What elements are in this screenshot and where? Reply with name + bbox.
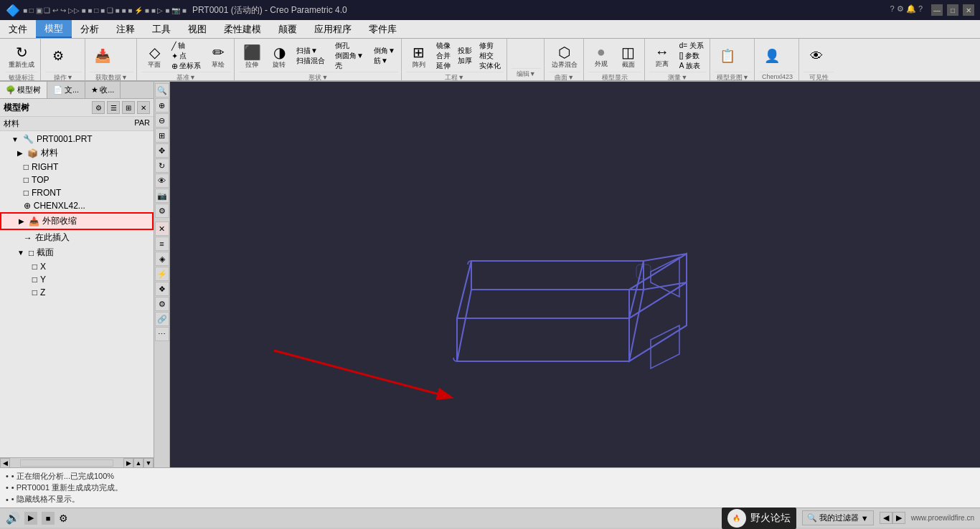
menu-file[interactable]: 文件 (0, 20, 36, 38)
vt-btn-window[interactable]: ⊞ (155, 128, 169, 143)
close-button[interactable]: ✕ (963, 4, 974, 16)
menu-analysis[interactable]: 分析 (72, 20, 108, 38)
vt-btn-orient[interactable]: ◈ (155, 252, 169, 266)
btn-array[interactable]: ⊞ 阵列 (406, 40, 432, 72)
vt-btn-misc[interactable]: ⋯ (155, 327, 169, 341)
btn-boundary-blend[interactable]: ⬡ 边界混合 (549, 40, 580, 72)
btn-solidify[interactable]: 实体化 (476, 62, 504, 71)
maximize-button[interactable]: □ (947, 4, 958, 16)
btn-intersect[interactable]: 相交 (476, 52, 504, 61)
scrollbar-h[interactable]: ◀ ▶ ▲ ▼ (0, 457, 154, 467)
view-dropdown-btn[interactable]: 🔍 我的过滤器 ▼ (802, 510, 874, 525)
vt-btn-link[interactable]: 🔗 (155, 312, 169, 326)
scroll-right-btn[interactable]: ▶ (123, 458, 133, 468)
help-icon[interactable]: ? ⚙ 🔔 ? (890, 4, 923, 16)
tree-columns-btn[interactable]: ⊞ (122, 101, 135, 114)
btn-chamfer[interactable]: 倒角▼ (371, 47, 398, 56)
btn-project[interactable]: 投影 (455, 47, 475, 56)
stop-btn[interactable]: ■ (42, 512, 55, 525)
btn-sweep[interactable]: 扫描▼ (293, 47, 328, 56)
btn-appearance[interactable]: ● 外观 (588, 40, 614, 72)
tab-files[interactable]: 📄 文... (47, 82, 85, 98)
scroll-up-btn[interactable]: ▲ (133, 458, 143, 468)
btn-merge[interactable]: 合并 (433, 52, 453, 61)
btn-point[interactable]: ✦点 (169, 52, 204, 61)
scroll-left-btn[interactable]: ◀ (0, 458, 10, 468)
menu-partlib[interactable]: 零件库 (360, 20, 405, 38)
menu-tools[interactable]: 工具 (143, 20, 179, 38)
vt-btn-config[interactable]: ⚙ (155, 297, 169, 311)
btn-round[interactable]: 倒圆角▼ (332, 52, 367, 61)
btn-getdata[interactable]: 📥 (90, 40, 116, 72)
btn-shell[interactable]: 壳 (332, 62, 367, 71)
btn-plane[interactable]: ◇ 平面 (141, 40, 167, 72)
tree-item-root[interactable]: ▼ 🔧 PRT0001.PRT (0, 133, 154, 146)
btn-param[interactable]: [] 参数 (677, 52, 707, 61)
vt-btn-zoom-out[interactable]: ⊖ (155, 113, 169, 128)
window-controls[interactable]: ? ⚙ 🔔 ? — □ ✕ (890, 4, 974, 16)
btn-axis[interactable]: ╱轴 (169, 42, 204, 51)
btn-relation[interactable]: d= 关系 (677, 42, 707, 51)
vt-btn-zoom-in[interactable]: ⊕ (155, 98, 169, 113)
tree-item-y[interactable]: □ Y (0, 273, 154, 286)
vt-btn-perspective[interactable]: ❖ (155, 282, 169, 296)
vt-btn-rotate[interactable]: ↻ (155, 158, 169, 173)
play-btn[interactable]: ▶ (24, 512, 37, 525)
tree-item-top[interactable]: □ TOP (0, 173, 154, 186)
menu-apps[interactable]: 应用程序 (306, 20, 360, 38)
prev-btn[interactable]: ◀ (880, 512, 892, 524)
tree-item-cross[interactable]: ▼ □ 截面 (0, 245, 154, 260)
btn-sweep-mix[interactable]: 扫描混合 (293, 57, 328, 66)
btn-ops[interactable]: ⚙ (45, 40, 71, 72)
tree-item-material[interactable]: ▶ 📦 材料 (0, 146, 154, 161)
menu-annotation[interactable]: 注释 (108, 20, 143, 38)
btn-visibility[interactable]: 👁 (804, 40, 829, 72)
next-btn[interactable]: ▶ (892, 512, 905, 524)
vt-btn-snap[interactable]: 📷 (155, 189, 169, 203)
btn-thicken[interactable]: 加厚 (455, 57, 475, 66)
vt-btn-view[interactable]: 👁 (155, 173, 169, 188)
tree-item-insert[interactable]: → 在此插入 (0, 230, 154, 245)
vt-btn-spin[interactable]: ⚡ (155, 267, 169, 281)
btn-section[interactable]: ◫ 截面 (616, 40, 641, 72)
btn-distance[interactable]: ↔ 距离 (649, 40, 675, 72)
btn-coord[interactable]: ⊕坐标系 (169, 62, 204, 71)
canvas[interactable] (170, 82, 980, 467)
vt-btn-close[interactable]: ✕ (155, 221, 169, 236)
settings-icon2[interactable]: ⚙ (59, 513, 68, 524)
vt-btn-pan[interactable]: ✥ (155, 143, 169, 158)
vt-btn-zoom-fit[interactable]: 🔍 (155, 83, 169, 97)
menu-model[interactable]: 模型 (36, 20, 72, 38)
tree-item-chenxl[interactable]: ⊕ CHENXL42... (0, 199, 154, 212)
tree-item-z[interactable]: □ Z (0, 286, 154, 299)
tree-item-right[interactable]: □ RIGHT (0, 161, 154, 173)
minimize-button[interactable]: — (931, 4, 943, 16)
tree-list-btn[interactable]: ☰ (107, 101, 120, 114)
menu-subvert[interactable]: 颠覆 (270, 20, 306, 38)
vt-btn-3d[interactable]: ≡ (155, 237, 169, 251)
menu-view[interactable]: 视图 (179, 20, 215, 38)
btn-rotate[interactable]: ◑ 旋转 (266, 40, 292, 72)
menu-flexible[interactable]: 柔性建模 (215, 20, 270, 38)
tab-model-tree[interactable]: 🌳 模型树 (0, 82, 47, 98)
tree-item-front[interactable]: □ FRONT (0, 186, 154, 199)
btn-regenerate[interactable]: ↻ 重新生成 (6, 40, 37, 72)
btn-sketch[interactable]: ✏ 草绘 (205, 40, 231, 72)
tree-item-x[interactable]: □ X (0, 260, 154, 273)
scroll-down-btn[interactable]: ▼ (143, 458, 154, 468)
tree-item-external[interactable]: ▶ 📥 外部收缩 (0, 212, 154, 230)
btn-intent[interactable]: 📋 (715, 40, 740, 72)
scrollbar-h-track[interactable] (20, 459, 113, 467)
btn-mirror[interactable]: 镜像 (433, 42, 453, 51)
vt-btn-repaint[interactable]: ⚙ (155, 204, 169, 218)
btn-extend[interactable]: 延伸 (433, 62, 453, 71)
btn-rib[interactable]: 筋▼ (371, 57, 398, 66)
tab-favorites[interactable]: ★ 收... (85, 82, 121, 98)
tree-settings-btn[interactable]: ⚙ (92, 101, 105, 114)
btn-hole[interactable]: 倒孔 (332, 42, 367, 51)
btn-extrude[interactable]: ⬛ 拉伸 (239, 40, 265, 72)
btn-user[interactable]: 👤 (759, 40, 785, 72)
tree-close-btn[interactable]: ✕ (137, 101, 150, 114)
btn-family[interactable]: A 族表 (677, 62, 707, 71)
btn-trim[interactable]: 修剪 (476, 42, 504, 51)
